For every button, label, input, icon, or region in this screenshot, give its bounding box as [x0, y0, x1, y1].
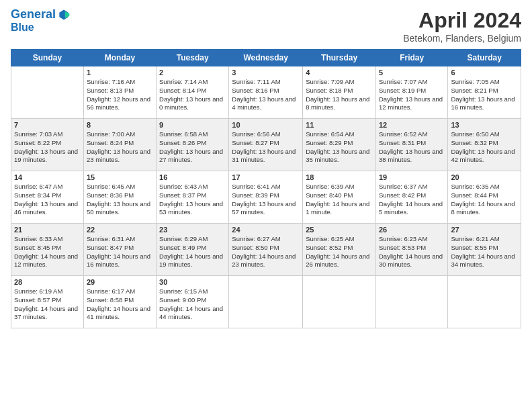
calendar-table: Sunday Monday Tuesday Wednesday Thursday…	[11, 49, 521, 328]
day-number: 8	[87, 121, 153, 129]
day-number: 23	[159, 226, 226, 234]
day-info: Sunrise: 6:33 AMSunset: 8:45 PMDaylight:…	[14, 235, 81, 269]
day-cell: 12 Sunrise: 6:52 AMSunset: 8:31 PMDaylig…	[375, 119, 447, 171]
day-number: 20	[451, 173, 518, 181]
week-row-5: 28 Sunrise: 6:19 AMSunset: 8:57 PMDaylig…	[11, 276, 521, 328]
day-cell: 29 Sunrise: 6:17 AMSunset: 8:58 PMDaylig…	[83, 276, 156, 328]
day-cell: 11 Sunrise: 6:54 AMSunset: 8:29 PMDaylig…	[303, 119, 376, 171]
month-title: April 2024	[403, 8, 521, 33]
logo-icon	[57, 8, 71, 21]
day-number: 28	[14, 278, 81, 286]
week-row-1: 1 Sunrise: 7:16 AMSunset: 8:13 PMDayligh…	[11, 66, 521, 119]
header-row: Sunday Monday Tuesday Wednesday Thursday…	[11, 50, 521, 66]
day-cell: 9 Sunrise: 6:58 AMSunset: 8:26 PMDayligh…	[157, 119, 229, 171]
day-cell: 10 Sunrise: 6:56 AMSunset: 8:27 PMDaylig…	[229, 119, 303, 171]
day-number: 7	[14, 121, 81, 129]
day-info: Sunrise: 6:27 AMSunset: 8:50 PMDaylight:…	[232, 235, 300, 269]
day-cell: 30 Sunrise: 6:15 AMSunset: 9:00 PMDaylig…	[157, 276, 229, 328]
day-number: 1	[87, 68, 153, 77]
day-number: 18	[306, 173, 373, 181]
day-cell: 22 Sunrise: 6:31 AMSunset: 8:47 PMDaylig…	[83, 224, 156, 276]
day-number: 15	[87, 173, 153, 181]
day-number: 21	[14, 226, 81, 234]
day-info: Sunrise: 6:41 AMSunset: 8:39 PMDaylight:…	[232, 183, 300, 217]
day-info: Sunrise: 7:05 AMSunset: 8:21 PMDaylight:…	[451, 78, 518, 112]
day-number: 3	[232, 68, 300, 77]
day-info: Sunrise: 6:47 AMSunset: 8:34 PMDaylight:…	[14, 183, 81, 217]
day-number: 6	[451, 68, 518, 77]
day-info: Sunrise: 7:11 AMSunset: 8:16 PMDaylight:…	[232, 78, 300, 112]
day-number: 17	[232, 173, 300, 181]
day-number: 16	[159, 173, 226, 181]
day-cell: 4 Sunrise: 7:09 AMSunset: 8:18 PMDayligh…	[303, 66, 376, 119]
day-cell	[11, 66, 84, 119]
day-cell: 5 Sunrise: 7:07 AMSunset: 8:19 PMDayligh…	[375, 66, 447, 119]
day-info: Sunrise: 6:15 AMSunset: 9:00 PMDaylight:…	[159, 287, 226, 322]
col-saturday: Saturday	[448, 50, 521, 66]
day-number: 14	[14, 173, 81, 181]
day-cell: 28 Sunrise: 6:19 AMSunset: 8:57 PMDaylig…	[11, 276, 84, 328]
day-cell: 13 Sunrise: 6:50 AMSunset: 8:32 PMDaylig…	[448, 119, 521, 171]
day-cell: 15 Sunrise: 6:45 AMSunset: 8:36 PMDaylig…	[83, 171, 156, 224]
day-info: Sunrise: 6:21 AMSunset: 8:55 PMDaylight:…	[451, 235, 518, 269]
day-info: Sunrise: 7:16 AMSunset: 8:13 PMDaylight:…	[87, 78, 153, 112]
day-number: 4	[306, 68, 373, 77]
day-number: 10	[232, 121, 300, 129]
day-cell: 16 Sunrise: 6:43 AMSunset: 8:37 PMDaylig…	[157, 171, 229, 224]
day-info: Sunrise: 7:14 AMSunset: 8:14 PMDaylight:…	[159, 78, 226, 112]
day-number: 2	[159, 68, 226, 77]
day-cell: 19 Sunrise: 6:37 AMSunset: 8:42 PMDaylig…	[375, 171, 447, 224]
day-cell	[229, 276, 303, 328]
day-number: 26	[379, 226, 445, 234]
day-cell: 25 Sunrise: 6:25 AMSunset: 8:52 PMDaylig…	[303, 224, 376, 276]
day-info: Sunrise: 6:17 AMSunset: 8:58 PMDaylight:…	[87, 287, 153, 322]
day-number: 30	[159, 278, 226, 286]
header: General Blue April 2024 Betekom, Flander…	[11, 8, 521, 44]
day-number: 24	[232, 226, 300, 234]
day-cell: 2 Sunrise: 7:14 AMSunset: 8:14 PMDayligh…	[157, 66, 229, 119]
day-cell: 20 Sunrise: 6:35 AMSunset: 8:44 PMDaylig…	[448, 171, 521, 224]
day-info: Sunrise: 6:54 AMSunset: 8:29 PMDaylight:…	[306, 130, 373, 165]
day-info: Sunrise: 6:43 AMSunset: 8:37 PMDaylight:…	[159, 183, 226, 217]
day-info: Sunrise: 6:45 AMSunset: 8:36 PMDaylight:…	[87, 183, 153, 217]
day-cell: 23 Sunrise: 6:29 AMSunset: 8:49 PMDaylig…	[157, 224, 229, 276]
day-cell	[375, 276, 447, 328]
page-container: General Blue April 2024 Betekom, Flander…	[0, 0, 532, 334]
day-number: 5	[379, 68, 445, 77]
day-cell: 24 Sunrise: 6:27 AMSunset: 8:50 PMDaylig…	[229, 224, 303, 276]
logo: General Blue	[11, 8, 71, 34]
day-cell: 8 Sunrise: 7:00 AMSunset: 8:24 PMDayligh…	[83, 119, 156, 171]
col-friday: Friday	[375, 50, 447, 66]
day-info: Sunrise: 6:52 AMSunset: 8:31 PMDaylight:…	[379, 130, 445, 165]
day-cell: 17 Sunrise: 6:41 AMSunset: 8:39 PMDaylig…	[229, 171, 303, 224]
day-number: 11	[306, 121, 373, 129]
day-number: 12	[379, 121, 445, 129]
day-info: Sunrise: 6:35 AMSunset: 8:44 PMDaylight:…	[451, 183, 518, 217]
day-number: 25	[306, 226, 373, 234]
day-info: Sunrise: 7:00 AMSunset: 8:24 PMDaylight:…	[87, 130, 153, 165]
day-cell	[303, 276, 376, 328]
day-cell: 14 Sunrise: 6:47 AMSunset: 8:34 PMDaylig…	[11, 171, 84, 224]
day-info: Sunrise: 7:09 AMSunset: 8:18 PMDaylight:…	[306, 78, 373, 112]
day-info: Sunrise: 6:50 AMSunset: 8:32 PMDaylight:…	[451, 130, 518, 165]
day-info: Sunrise: 7:03 AMSunset: 8:22 PMDaylight:…	[14, 130, 81, 165]
day-info: Sunrise: 6:23 AMSunset: 8:53 PMDaylight:…	[379, 235, 445, 269]
week-row-4: 21 Sunrise: 6:33 AMSunset: 8:45 PMDaylig…	[11, 224, 521, 276]
day-number: 22	[87, 226, 153, 234]
day-cell: 6 Sunrise: 7:05 AMSunset: 8:21 PMDayligh…	[448, 66, 521, 119]
day-cell: 7 Sunrise: 7:03 AMSunset: 8:22 PMDayligh…	[11, 119, 84, 171]
day-info: Sunrise: 7:07 AMSunset: 8:19 PMDaylight:…	[379, 78, 445, 112]
day-number: 29	[87, 278, 153, 286]
col-wednesday: Wednesday	[229, 50, 303, 66]
day-info: Sunrise: 6:29 AMSunset: 8:49 PMDaylight:…	[159, 235, 226, 269]
location: Betekom, Flanders, Belgium	[403, 33, 521, 44]
day-cell	[448, 276, 521, 328]
day-number: 27	[451, 226, 518, 234]
day-info: Sunrise: 6:25 AMSunset: 8:52 PMDaylight:…	[306, 235, 373, 269]
day-cell: 27 Sunrise: 6:21 AMSunset: 8:55 PMDaylig…	[448, 224, 521, 276]
logo-text: General	[11, 8, 56, 21]
day-cell: 1 Sunrise: 7:16 AMSunset: 8:13 PMDayligh…	[83, 66, 156, 119]
day-cell: 18 Sunrise: 6:39 AMSunset: 8:40 PMDaylig…	[303, 171, 376, 224]
day-info: Sunrise: 6:58 AMSunset: 8:26 PMDaylight:…	[159, 130, 226, 165]
col-thursday: Thursday	[303, 50, 376, 66]
